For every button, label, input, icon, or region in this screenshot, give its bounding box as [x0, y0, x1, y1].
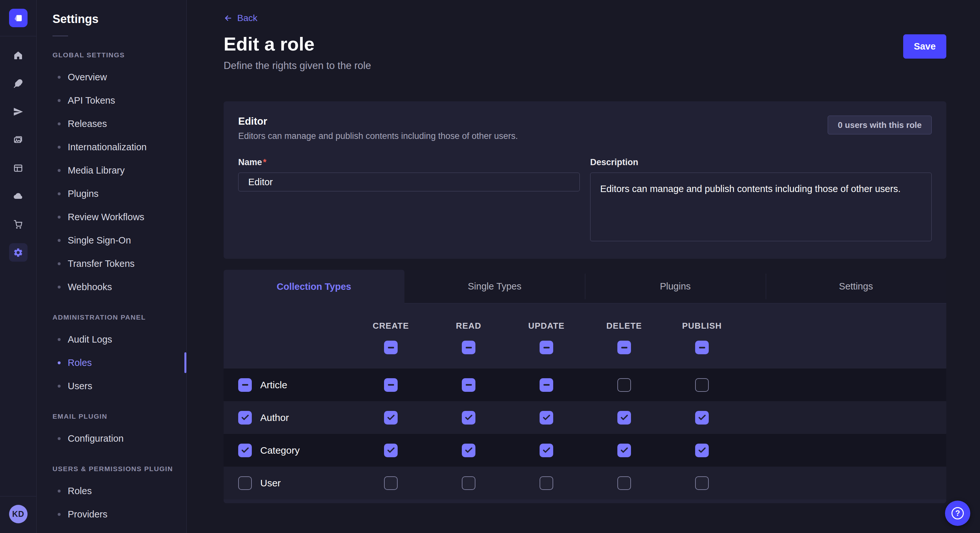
bullet-icon — [58, 490, 60, 493]
bullet-icon — [58, 239, 60, 242]
content-type-label: Category — [260, 445, 300, 456]
rail-item-gear[interactable] — [9, 243, 27, 262]
tab-collection-types[interactable]: Collection Types — [224, 270, 404, 303]
sidebar-title: Settings — [52, 12, 186, 26]
article-update-checkbox[interactable] — [539, 378, 553, 392]
save-button[interactable]: Save — [903, 34, 946, 59]
author-publish-checkbox[interactable] — [695, 411, 709, 425]
article-row-checkbox[interactable] — [238, 378, 252, 392]
tab-single-types[interactable]: Single Types — [404, 270, 585, 303]
sidebar-item-single-sign-on[interactable]: Single Sign-On — [37, 228, 186, 252]
tab-settings[interactable]: Settings — [766, 270, 947, 303]
rail-item-layout[interactable] — [9, 159, 27, 177]
author-create-checkbox[interactable] — [384, 411, 398, 425]
select-all-create-checkbox[interactable] — [384, 341, 398, 354]
permission-row-author: Author — [224, 401, 946, 434]
article-delete-checkbox[interactable] — [617, 378, 631, 392]
home-icon — [13, 50, 23, 60]
bullet-icon — [58, 146, 60, 149]
cloud-icon — [13, 191, 23, 201]
users-with-role-badge[interactable]: 0 users with this role — [828, 116, 932, 134]
sidebar-item-webhooks[interactable]: Webhooks — [37, 275, 186, 298]
select-all-publish-checkbox[interactable] — [695, 341, 709, 354]
sidebar-item-overview[interactable]: Overview — [37, 65, 186, 89]
bullet-icon — [58, 262, 60, 265]
strapi-logo-icon — [12, 12, 24, 24]
sidebar-item-configuration[interactable]: Configuration — [37, 427, 186, 450]
select-all-update-checkbox[interactable] — [539, 341, 553, 354]
page-subtitle: Define the rights given to the role — [224, 60, 946, 71]
avatar[interactable]: KD — [9, 505, 27, 523]
sidebar-item-media-library[interactable]: Media Library — [37, 159, 186, 182]
rail-item-cloud[interactable] — [9, 187, 27, 205]
sidebar-item-review-workflows[interactable]: Review Workflows — [37, 205, 186, 228]
user-create-checkbox[interactable] — [384, 476, 398, 490]
images-icon — [13, 135, 23, 145]
category-update-checkbox[interactable] — [539, 444, 553, 457]
user-publish-checkbox[interactable] — [695, 476, 709, 490]
bullet-icon — [58, 362, 60, 364]
sidebar-item-label: Providers — [68, 509, 108, 520]
check-icon — [241, 413, 250, 422]
sidebar-item-api-tokens[interactable]: API Tokens — [37, 89, 186, 112]
sidebar-item-internationalization[interactable]: Internationalization — [37, 135, 186, 159]
gear-icon — [13, 247, 23, 258]
author-read-checkbox[interactable] — [462, 411, 476, 425]
article-read-checkbox[interactable] — [462, 378, 476, 392]
user-update-checkbox[interactable] — [539, 476, 553, 490]
check-icon — [465, 413, 473, 422]
check-icon — [620, 446, 629, 455]
rail-item-cart[interactable] — [9, 215, 27, 233]
arrow-left-icon — [224, 14, 233, 23]
category-publish-checkbox[interactable] — [695, 444, 709, 457]
article-publish-checkbox[interactable] — [695, 378, 709, 392]
author-row-checkbox[interactable] — [238, 411, 252, 425]
description-textarea[interactable]: Editors can manage and publish contents … — [590, 173, 932, 241]
sidebar-item-label: Single Sign-On — [68, 235, 131, 246]
sidebar-item-providers[interactable]: Providers — [37, 503, 186, 526]
content-type-label: Article — [260, 379, 287, 390]
user-delete-checkbox[interactable] — [617, 476, 631, 490]
column-header-read: READ — [430, 321, 508, 331]
permission-row-article: Article — [224, 368, 946, 401]
check-icon — [465, 446, 473, 455]
category-delete-checkbox[interactable] — [617, 444, 631, 457]
rail-bottom: KD — [0, 496, 37, 533]
tab-label: Plugins — [660, 281, 690, 292]
permissions-panel: CREATEREADUPDATEDELETEPUBLISH ArticleAut… — [224, 303, 946, 503]
author-update-checkbox[interactable] — [539, 411, 553, 425]
rail-item-feather[interactable] — [9, 74, 27, 93]
name-input[interactable] — [238, 173, 580, 191]
check-icon — [241, 446, 250, 455]
back-link[interactable]: Back — [224, 13, 257, 23]
bullet-icon — [58, 216, 60, 219]
help-button[interactable]: ? — [945, 501, 970, 526]
sidebar-item-users[interactable]: Users — [37, 374, 186, 398]
author-delete-checkbox[interactable] — [617, 411, 631, 425]
sidebar-item-audit-logs[interactable]: Audit Logs — [37, 328, 186, 351]
sidebar-item-releases[interactable]: Releases — [37, 112, 186, 135]
sidebar-item-plugins[interactable]: Plugins — [37, 182, 186, 205]
category-read-checkbox[interactable] — [462, 444, 476, 457]
tab-plugins[interactable]: Plugins — [585, 270, 766, 303]
select-all-delete-checkbox[interactable] — [617, 341, 631, 354]
rail-item-paper-plane[interactable] — [9, 102, 27, 121]
sidebar-item-roles[interactable]: Roles — [37, 479, 186, 503]
strapi-logo[interactable] — [9, 9, 27, 27]
required-asterisk: * — [263, 157, 267, 167]
user-read-checkbox[interactable] — [462, 476, 476, 490]
bullet-icon — [58, 513, 60, 516]
column-header-create: CREATE — [352, 321, 430, 331]
article-create-checkbox[interactable] — [384, 378, 398, 392]
help-icon: ? — [951, 507, 964, 519]
bullet-icon — [58, 286, 60, 289]
select-all-read-checkbox[interactable] — [462, 341, 476, 354]
rail-item-images[interactable] — [9, 130, 27, 149]
rail-item-home[interactable] — [9, 46, 27, 65]
sidebar-item-transfer-tokens[interactable]: Transfer Tokens — [37, 252, 186, 275]
bullet-icon — [58, 437, 60, 440]
sidebar-item-roles[interactable]: Roles — [37, 351, 186, 374]
category-create-checkbox[interactable] — [384, 444, 398, 457]
user-row-checkbox[interactable] — [238, 476, 252, 490]
category-row-checkbox[interactable] — [238, 444, 252, 457]
